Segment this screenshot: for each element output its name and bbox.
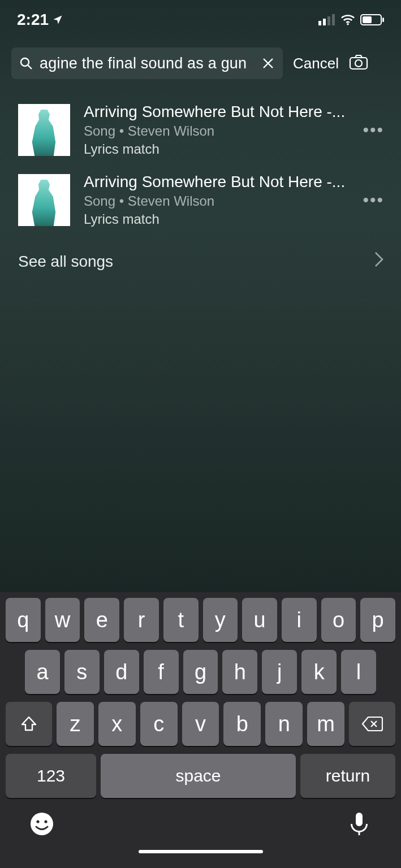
svg-point-8 [21, 58, 29, 66]
result-subtitle: Song • Steven Wilson [84, 193, 347, 209]
clear-search-button[interactable] [261, 57, 275, 70]
key-l[interactable]: l [341, 650, 376, 694]
key-s[interactable]: s [64, 650, 100, 694]
key-shift[interactable] [6, 702, 52, 746]
svg-point-13 [355, 60, 362, 67]
status-right [318, 14, 384, 25]
key-i[interactable]: i [282, 598, 317, 642]
result-title: Arriving Somewhere But Not Here -... [84, 103, 347, 121]
status-time-group: 2:21 [17, 11, 63, 29]
wifi-icon [340, 14, 356, 25]
key-space[interactable]: space [101, 754, 296, 798]
key-h[interactable]: h [222, 650, 257, 694]
svg-rect-7 [363, 16, 372, 23]
result-row[interactable]: Arriving Somewhere But Not Here -... Son… [0, 165, 401, 235]
result-title: Arriving Somewhere But Not Here -... [84, 173, 347, 191]
svg-rect-3 [332, 14, 335, 25]
camera-icon [349, 54, 368, 70]
key-j[interactable]: j [262, 650, 297, 694]
key-b[interactable]: b [223, 702, 261, 746]
chevron-right-icon [374, 251, 384, 272]
keyboard-bottom-row [3, 798, 398, 843]
result-extra: Lyrics match [84, 211, 347, 227]
result-extra: Lyrics match [84, 141, 347, 157]
search-field[interactable] [11, 47, 283, 79]
emoji-icon [29, 811, 54, 836]
microphone-icon [350, 811, 369, 836]
more-options-button[interactable]: ••• [360, 190, 386, 210]
svg-rect-1 [323, 19, 326, 25]
album-art [18, 104, 70, 156]
key-v[interactable]: v [182, 702, 219, 746]
search-input[interactable] [40, 55, 255, 72]
key-y[interactable]: y [203, 598, 238, 642]
location-arrow-icon [52, 14, 63, 25]
key-p[interactable]: p [360, 598, 395, 642]
key-w[interactable]: w [45, 598, 80, 642]
svg-rect-0 [318, 21, 321, 25]
keyboard-row-1: q w e r t y u i o p [3, 598, 398, 642]
album-art [18, 174, 70, 226]
key-r[interactable]: r [124, 598, 159, 642]
key-z[interactable]: z [57, 702, 94, 746]
svg-point-17 [36, 820, 39, 823]
more-options-button[interactable]: ••• [360, 120, 386, 140]
see-all-songs[interactable]: See all songs [0, 235, 401, 288]
keyboard-row-3: z x c v b n m [3, 702, 398, 746]
status-time: 2:21 [17, 11, 49, 29]
battery-icon [360, 14, 384, 25]
key-f[interactable]: f [144, 650, 179, 694]
key-k[interactable]: k [301, 650, 337, 694]
cancel-button[interactable]: Cancel [293, 55, 339, 72]
key-return[interactable]: return [300, 754, 395, 798]
key-x[interactable]: x [98, 702, 136, 746]
home-indicator[interactable] [139, 850, 263, 853]
svg-point-18 [44, 820, 47, 823]
svg-point-16 [31, 813, 53, 835]
svg-line-9 [28, 66, 32, 70]
shift-icon [20, 715, 38, 733]
key-d[interactable]: d [104, 650, 139, 694]
key-m[interactable]: m [307, 702, 344, 746]
key-c[interactable]: c [140, 702, 178, 746]
key-a[interactable]: a [25, 650, 60, 694]
key-t[interactable]: t [163, 598, 199, 642]
see-all-label: See all songs [18, 253, 113, 271]
result-text: Arriving Somewhere But Not Here -... Son… [84, 173, 347, 227]
svg-rect-6 [382, 18, 384, 22]
key-u[interactable]: u [242, 598, 277, 642]
key-q[interactable]: q [6, 598, 41, 642]
result-row[interactable]: Arriving Somewhere But Not Here -... Son… [0, 95, 401, 165]
svg-rect-19 [356, 813, 363, 826]
svg-rect-2 [327, 16, 330, 25]
search-header: Cancel [0, 40, 401, 92]
key-e[interactable]: e [84, 598, 119, 642]
close-icon [261, 57, 275, 70]
more-icon: ••• [363, 190, 384, 209]
keyboard: q w e r t y u i o p a s d f g h j k l z … [0, 592, 401, 868]
key-g[interactable]: g [183, 650, 218, 694]
backspace-icon [361, 716, 383, 732]
key-n[interactable]: n [265, 702, 303, 746]
search-results: Arriving Somewhere But Not Here -... Son… [0, 92, 401, 288]
search-icon [19, 57, 33, 70]
key-o[interactable]: o [321, 598, 356, 642]
camera-button[interactable] [349, 54, 368, 72]
svg-point-4 [347, 23, 349, 25]
emoji-button[interactable] [28, 810, 55, 837]
dictation-button[interactable] [346, 810, 373, 837]
result-subtitle: Song • Steven Wilson [84, 123, 347, 139]
keyboard-row-4: 123 space return [3, 754, 398, 798]
result-text: Arriving Somewhere But Not Here -... Son… [84, 103, 347, 157]
status-bar: 2:21 [0, 0, 401, 40]
key-numbers[interactable]: 123 [6, 754, 96, 798]
cellular-icon [318, 14, 335, 25]
keyboard-row-2: a s d f g h j k l [3, 650, 398, 694]
key-backspace[interactable] [349, 702, 395, 746]
more-icon: ••• [363, 120, 384, 139]
